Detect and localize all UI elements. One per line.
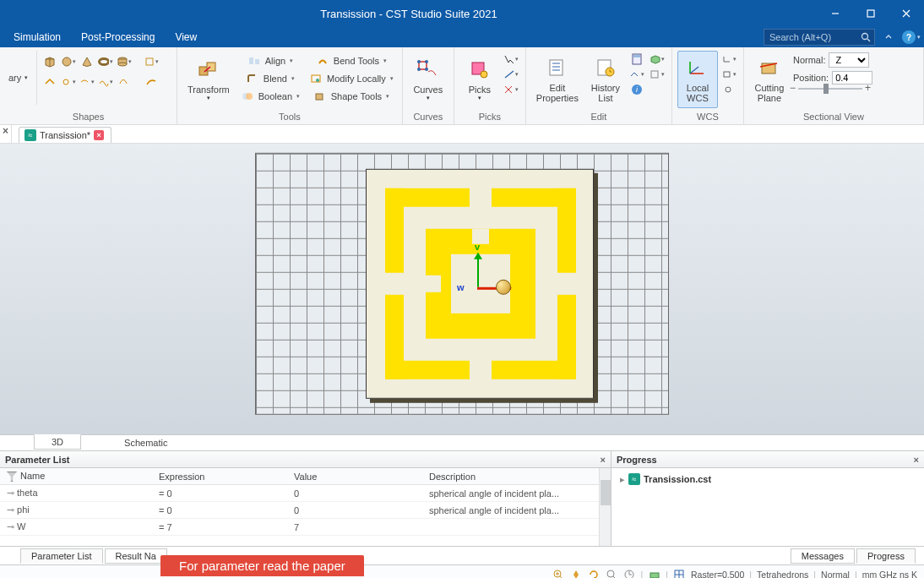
viewport-3d[interactable]: v w [0, 144, 924, 434]
curves-icon [416, 57, 441, 83]
menu-view[interactable]: View [165, 28, 207, 46]
group-label-curves: Curves [408, 110, 448, 124]
edit-tool-icon[interactable] [650, 68, 665, 81]
ext5-icon[interactable] [117, 75, 132, 89]
tab-parameter-list[interactable]: Parameter List [20, 548, 103, 564]
ext4-icon[interactable] [98, 75, 113, 89]
calculator-icon[interactable] [629, 52, 644, 66]
close-tab-icon[interactable]: × [94, 130, 104, 140]
mesh-icon[interactable] [673, 568, 686, 578]
reset-view-icon[interactable] [623, 568, 636, 578]
local-wcs-button[interactable]: Local WCS [677, 51, 718, 108]
cutting-plane-button[interactable]: Cutting Plane [749, 51, 790, 108]
minimize-button[interactable] [818, 0, 853, 27]
search-box[interactable] [764, 29, 875, 46]
boolean-button[interactable]: Boolean [236, 88, 303, 105]
zoom-in-icon[interactable] [552, 568, 565, 578]
modify-button[interactable]: Modify Locally [305, 70, 397, 87]
wcs-origin-icon [496, 280, 511, 295]
curves-button[interactable]: Curves▾ [408, 51, 448, 108]
help-icon[interactable]: ? [902, 30, 916, 44]
svg-rect-1 [867, 10, 874, 17]
search-icon[interactable] [857, 29, 874, 46]
param-sweep-icon[interactable] [629, 68, 644, 81]
svg-point-25 [417, 68, 421, 71]
ext1-icon[interactable] [42, 75, 57, 89]
align-button[interactable]: Align [236, 52, 303, 69]
position-slider[interactable] [798, 88, 862, 90]
cone-icon[interactable] [79, 55, 95, 68]
snap-icon[interactable] [648, 568, 660, 578]
param-row[interactable]: W= 77 [0, 519, 611, 536]
normal-select[interactable]: Z [829, 52, 869, 68]
blend-icon [245, 72, 260, 85]
progress-item[interactable]: ▸ ≈ Transission.cst [620, 473, 916, 485]
torus-icon[interactable] [98, 55, 113, 68]
view-tabs: 3D Schematic [0, 434, 924, 451]
rotate-icon[interactable] [588, 568, 601, 578]
svg-point-26 [425, 68, 428, 71]
svg-point-28 [481, 71, 487, 78]
tab-schematic[interactable]: Schematic [106, 435, 185, 450]
shapes-more[interactable]: ary ▾ [5, 69, 31, 86]
info-icon[interactable]: i [629, 83, 644, 96]
svg-rect-46 [724, 72, 730, 77]
progress-title: Progress [617, 455, 657, 465]
history-list-button[interactable]: History List [585, 51, 626, 108]
group-label-picks: Picks [459, 110, 520, 124]
parameter-table[interactable]: Name Expression Value Description theta=… [0, 468, 611, 546]
sphere-icon[interactable] [61, 55, 76, 68]
blend-button[interactable]: Blend [236, 70, 303, 87]
param-row[interactable]: phi= 00spherical angle of incident pla..… [0, 502, 611, 519]
group-label-wcs: WCS [677, 110, 738, 124]
pick-edge-icon[interactable] [503, 68, 519, 81]
tab-messages[interactable]: Messages [791, 548, 855, 564]
param-row[interactable]: theta= 00spherical angle of incident pla… [0, 485, 611, 502]
close-progress-icon[interactable]: × [914, 455, 919, 465]
svg-rect-32 [550, 60, 563, 75]
shapetools-button[interactable]: Shape Tools [305, 88, 397, 105]
svg-point-4 [862, 34, 868, 40]
menu-post-processing[interactable]: Post-Processing [71, 28, 165, 46]
close-button[interactable] [889, 0, 924, 27]
maximize-button[interactable] [853, 0, 889, 27]
wcs-tool3-icon[interactable] [721, 83, 736, 96]
wcs-tool2-icon[interactable] [721, 68, 736, 81]
ext3-icon[interactable] [79, 75, 95, 89]
menu-simulation[interactable]: Simulation [3, 28, 71, 46]
filter-icon[interactable] [7, 472, 17, 482]
expand-ribbon-icon[interactable] [880, 29, 897, 46]
svg-rect-21 [316, 94, 323, 100]
close-tree-icon[interactable]: × [0, 125, 12, 143]
search-input[interactable] [764, 32, 857, 42]
wcs-tool1-icon[interactable] [721, 52, 736, 66]
pick-point-icon[interactable] [503, 52, 519, 66]
picks-button[interactable]: Picks▾ [459, 51, 500, 108]
cylinder-icon[interactable] [117, 55, 132, 68]
cube-icon[interactable] [42, 55, 57, 68]
close-paramlist-icon[interactable]: × [601, 455, 606, 465]
window-title: Transission - CST Studio Suite 2021 [0, 8, 818, 20]
doc-tab-transission[interactable]: ≈ Transission* × [19, 127, 111, 143]
zoom-out-icon[interactable] [606, 568, 618, 578]
cutting-plane-icon [757, 56, 782, 81]
shapetools-icon [313, 90, 328, 103]
sweep-icon[interactable] [144, 75, 159, 89]
bend-button[interactable]: Bend Tools [305, 52, 397, 69]
tab-progress[interactable]: Progress [856, 548, 916, 564]
extrude-icon[interactable] [144, 55, 159, 68]
transform-button[interactable]: Transform ▾ [182, 51, 235, 108]
material-icon[interactable] [650, 52, 665, 66]
edit-properties-button[interactable]: Edit Properties [531, 51, 584, 108]
normal-label: Normal: [793, 55, 826, 65]
ext2-icon[interactable] [61, 75, 76, 89]
paramlist-title: Parameter List [5, 455, 69, 465]
tab-result-navigator[interactable]: Result Na [105, 548, 167, 564]
document-tabs: ≈ Transission* × [12, 125, 924, 144]
clear-picks-icon[interactable] [503, 83, 519, 96]
paramlist-scrollbar[interactable] [599, 468, 611, 546]
tab-3d[interactable]: 3D [34, 434, 81, 450]
history-icon [593, 56, 618, 81]
nav-icon[interactable] [570, 568, 583, 578]
svg-point-47 [726, 87, 731, 92]
